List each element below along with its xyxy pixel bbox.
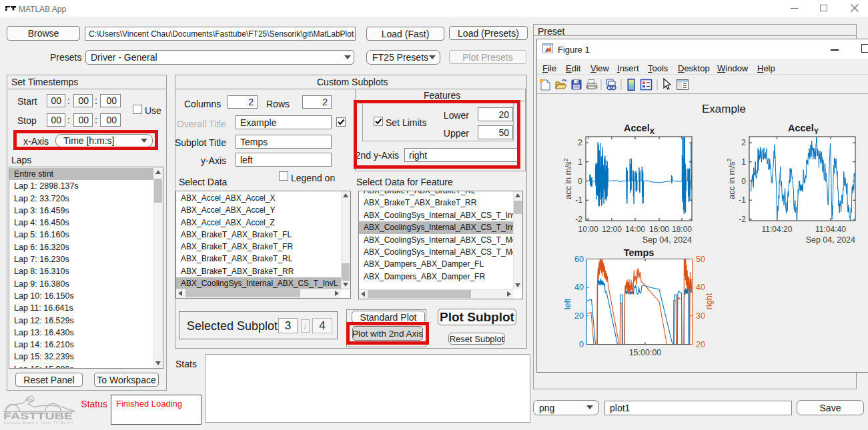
svg-text:AccelX: AccelX xyxy=(624,123,655,135)
svg-text:-1: -1 xyxy=(575,195,582,205)
svg-text:0: 0 xyxy=(578,177,582,186)
svg-text:11:04:20: 11:04:20 xyxy=(762,225,793,234)
svg-text:right: right xyxy=(705,293,714,309)
svg-text:2: 2 xyxy=(741,138,746,147)
svg-text:50: 50 xyxy=(696,255,705,264)
svg-text:11:04:40: 11:04:40 xyxy=(815,225,846,234)
svg-text:1: 1 xyxy=(578,157,582,167)
svg-text:left: left xyxy=(563,298,572,309)
svg-text:12:00: 12:00 xyxy=(602,225,622,234)
svg-text:40: 40 xyxy=(574,283,584,292)
svg-text:15:00:00: 15:00:00 xyxy=(629,348,662,357)
svg-text:30: 30 xyxy=(696,311,705,321)
svg-text:-2: -2 xyxy=(739,215,746,224)
svg-text:60: 60 xyxy=(574,255,584,264)
svg-text:0: 0 xyxy=(579,340,584,349)
svg-text:AccelY: AccelY xyxy=(788,123,819,135)
svg-text:1: 1 xyxy=(741,157,746,167)
svg-text:acc in m/s2: acc in m/s2 xyxy=(562,158,573,199)
svg-text:10:00: 10:00 xyxy=(578,225,598,234)
svg-text:Sep 04, 2024: Sep 04, 2024 xyxy=(806,235,855,245)
svg-text:0: 0 xyxy=(741,177,746,186)
svg-text:14:00: 14:00 xyxy=(625,225,645,234)
svg-text:Formula Student Team TU Berlin: Formula Student Team TU Berlin xyxy=(3,421,73,425)
svg-text:Sep 04, 2024: Sep 04, 2024 xyxy=(642,235,692,245)
svg-text:18:00: 18:00 xyxy=(672,225,692,234)
svg-text:-2: -2 xyxy=(575,215,582,224)
svg-text:20: 20 xyxy=(696,340,705,349)
svg-text:20: 20 xyxy=(574,311,584,321)
svg-text:Example: Example xyxy=(702,103,746,115)
svg-text:2: 2 xyxy=(578,138,582,147)
svg-text:40: 40 xyxy=(696,283,705,292)
svg-text:Temps: Temps xyxy=(624,247,655,258)
svg-text:-1: -1 xyxy=(739,195,746,205)
svg-text:acc in m/s2: acc in m/s2 xyxy=(726,158,737,199)
svg-text:16:00: 16:00 xyxy=(649,225,669,234)
